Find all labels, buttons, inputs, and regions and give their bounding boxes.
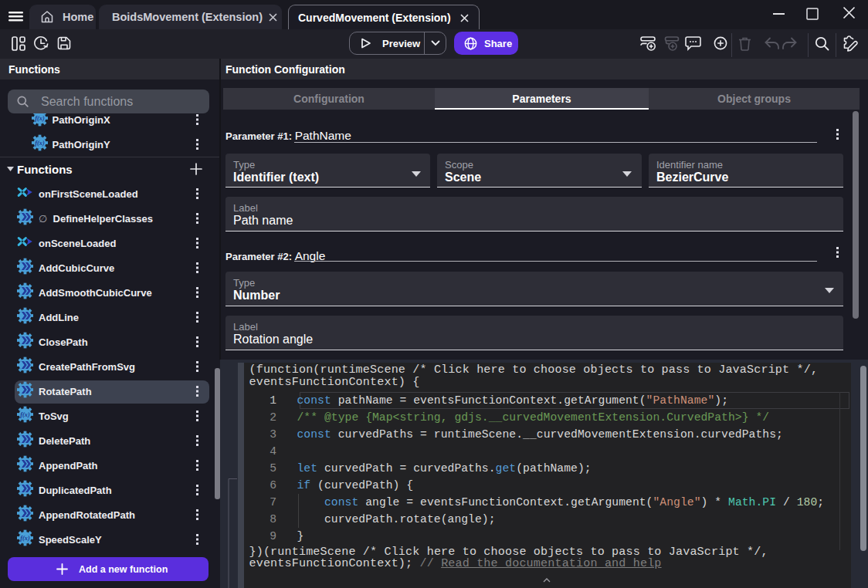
svg-text:f(x): f(x) [35, 115, 45, 122]
svg-text:f(x): f(x) [20, 411, 30, 418]
svg-text:f(x): f(x) [20, 535, 30, 542]
svg-text:f(x): f(x) [35, 140, 45, 147]
